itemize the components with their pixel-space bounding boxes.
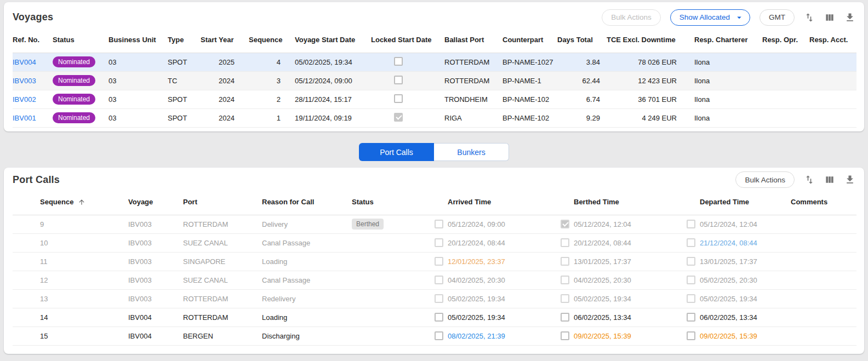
voyages-col-resp-opr[interactable]: Resp. Opr. <box>751 27 798 53</box>
port-calls-col-port[interactable]: Port <box>183 190 262 215</box>
berthed-time-checkbox[interactable] <box>561 294 569 303</box>
voyages-col-start-year[interactable]: Start Year <box>201 27 249 53</box>
port-call-row[interactable]: 15IBV004BERGENDischarging08/02/2025, 21:… <box>13 326 856 345</box>
bulk-actions-button[interactable]: Bulk Actions <box>602 9 661 26</box>
port-call-reason: Redelivery <box>262 289 352 308</box>
voyages-col-days-total[interactable]: Days Total <box>557 27 607 53</box>
voyage-ref-link[interactable]: IBV002 <box>13 95 36 104</box>
show-allocated-dropdown[interactable]: Show Allocated <box>670 9 750 26</box>
port-call-sequence: 10 <box>13 233 128 252</box>
berthed-time-checkbox[interactable] <box>561 220 569 228</box>
arrived-time-checkbox[interactable] <box>435 276 443 284</box>
arrived-time-checkbox[interactable] <box>435 238 443 247</box>
port-call-row[interactable]: 13IBV003ROTTERDAMRedelivery05/02/2025, 1… <box>13 289 856 308</box>
bulk-actions-button[interactable]: Bulk Actions <box>735 171 795 188</box>
port-calls-col-arrived-time[interactable]: Arrived Time <box>435 190 561 215</box>
berthed-time-checkbox[interactable] <box>561 276 569 284</box>
port-call-row[interactable]: 12IBV003SUEZ CANALCanal Passage04/02/202… <box>13 271 856 289</box>
voyages-col-ballast-port[interactable]: Ballast Port <box>444 27 502 53</box>
voyages-col-business-unit[interactable]: Business Unit <box>108 27 168 53</box>
arrived-time-value: 20/12/2024, 08:44 <box>448 239 505 247</box>
arrived-time-checkbox[interactable] <box>435 294 443 303</box>
berthed-time-checkbox[interactable] <box>561 313 569 322</box>
voyages-col-counterpart[interactable]: Counterpart <box>502 27 557 53</box>
berthed-time-value: 13/01/2025, 17:37 <box>574 257 631 266</box>
locked-start-date-cell <box>371 108 444 127</box>
column-settings-button[interactable] <box>824 12 835 23</box>
sort-ascending-arrow-icon <box>78 198 85 206</box>
voyage-row[interactable]: IBV002Nominated03SPOT2024228/11/2024, 15… <box>13 90 856 108</box>
berthed-time-checkbox[interactable] <box>561 238 569 247</box>
port-call-row[interactable]: 9IBV003ROTTERDAMDeliveryBerthed05/12/202… <box>13 215 856 233</box>
port-call-comments <box>791 233 856 252</box>
tab-port-calls[interactable]: Port Calls <box>359 143 434 161</box>
voyages-col-voyage-start-date[interactable]: Voyage Start Date <box>295 27 371 53</box>
port-calls-table: Sequence Voyage Port Reason for Call Sta… <box>13 190 856 346</box>
voyages-col-ref-no[interactable]: Ref. No. <box>13 27 53 53</box>
port-call-status-cell <box>352 326 435 345</box>
voyage-business-unit: 03 <box>108 53 168 71</box>
arrived-time-checkbox[interactable] <box>435 220 443 228</box>
port-call-port: SINGAPORE <box>183 252 262 271</box>
voyage-resp-opr <box>751 53 798 71</box>
voyage-row[interactable]: IBV004Nominated03SPOT2025405/02/2025, 19… <box>13 53 856 71</box>
departed-time-checkbox[interactable] <box>687 257 695 266</box>
departed-time-checkbox[interactable] <box>687 276 695 284</box>
port-call-comments <box>791 289 856 308</box>
locked-start-date-checkbox[interactable] <box>394 113 403 122</box>
departed-time-checkbox[interactable] <box>687 238 695 247</box>
port-calls-col-berthed-time[interactable]: Berthed Time <box>561 190 687 215</box>
locked-start-date-checkbox[interactable] <box>394 57 403 66</box>
departed-time-checkbox[interactable] <box>687 220 695 228</box>
arrived-time-checkbox[interactable] <box>435 313 443 322</box>
voyage-ref-link[interactable]: IBV004 <box>13 58 36 66</box>
berthed-status-badge: Berthed <box>352 219 384 230</box>
status-badge: Nominated <box>53 75 95 86</box>
arrived-time-checkbox[interactable] <box>435 331 443 340</box>
voyage-status-cell: Nominated <box>53 108 108 127</box>
berthed-time-checkbox[interactable] <box>561 331 569 340</box>
voyages-col-sequence[interactable]: Sequence <box>249 27 295 53</box>
port-call-sequence: 9 <box>13 215 128 233</box>
departed-time-checkbox[interactable] <box>687 313 695 322</box>
download-button[interactable] <box>844 12 855 23</box>
voyages-col-locked-start-date[interactable]: Locked Start Date <box>371 27 444 53</box>
tab-bunkers[interactable]: Bunkers <box>434 143 509 161</box>
port-calls-col-voyage[interactable]: Voyage <box>128 190 183 215</box>
voyages-col-type[interactable]: Type <box>168 27 201 53</box>
download-button[interactable] <box>844 174 855 185</box>
sort-rows-button[interactable] <box>804 12 815 23</box>
voyage-tce-excl-downtime: 4 249 EUR <box>607 108 683 127</box>
voyages-col-resp-acct[interactable]: Resp. Acct. <box>798 27 856 53</box>
voyage-counterpart: BP-NAME-1027 <box>502 53 557 71</box>
locked-start-date-checkbox[interactable] <box>394 76 403 84</box>
voyages-col-tce-excl-downtime[interactable]: TCE Excl. Downtime <box>607 27 683 53</box>
port-calls-col-comments[interactable]: Comments <box>791 190 856 215</box>
voyage-row[interactable]: IBV001Nominated03SPOT2024119/11/2024, 09… <box>13 108 856 127</box>
timezone-button[interactable]: GMT <box>760 9 795 26</box>
port-call-row[interactable]: 14IBV004ROTTERDAMLoading05/02/2025, 19:3… <box>13 308 856 326</box>
voyage-ref-link[interactable]: IBV001 <box>13 114 36 122</box>
sort-rows-button[interactable] <box>804 174 815 185</box>
column-settings-button[interactable] <box>824 174 835 185</box>
port-call-row[interactable]: 10IBV003SUEZ CANALCanal Passage20/12/202… <box>13 233 856 252</box>
arrived-time-checkbox[interactable] <box>435 257 443 266</box>
departed-time-value: 21/12/2024, 08:44 <box>700 239 757 247</box>
voyages-col-status[interactable]: Status <box>53 27 108 53</box>
voyage-row[interactable]: IBV003Nominated03TC2024305/12/2024, 09:0… <box>13 71 856 90</box>
voyage-resp-opr <box>751 71 798 90</box>
port-call-row[interactable]: 11IBV003SINGAPORELoading12/01/2025, 23:3… <box>13 252 856 271</box>
voyages-col-resp-charterer[interactable]: Resp. Charterer <box>683 27 751 53</box>
port-call-sequence: 11 <box>13 252 128 271</box>
port-calls-col-departed-time[interactable]: Departed Time <box>687 190 791 215</box>
departed-time-checkbox[interactable] <box>687 294 695 303</box>
voyage-resp-charterer: Ilona <box>683 53 751 71</box>
port-calls-col-status[interactable]: Status <box>352 190 435 215</box>
voyage-ref-link[interactable]: IBV003 <box>13 77 36 85</box>
port-calls-col-reason-for-call[interactable]: Reason for Call <box>262 190 352 215</box>
port-call-reason: Canal Passage <box>262 233 352 252</box>
departed-time-checkbox[interactable] <box>687 331 695 340</box>
locked-start-date-checkbox[interactable] <box>394 94 403 103</box>
berthed-time-checkbox[interactable] <box>561 257 569 266</box>
port-calls-col-sequence[interactable]: Sequence <box>13 190 128 215</box>
